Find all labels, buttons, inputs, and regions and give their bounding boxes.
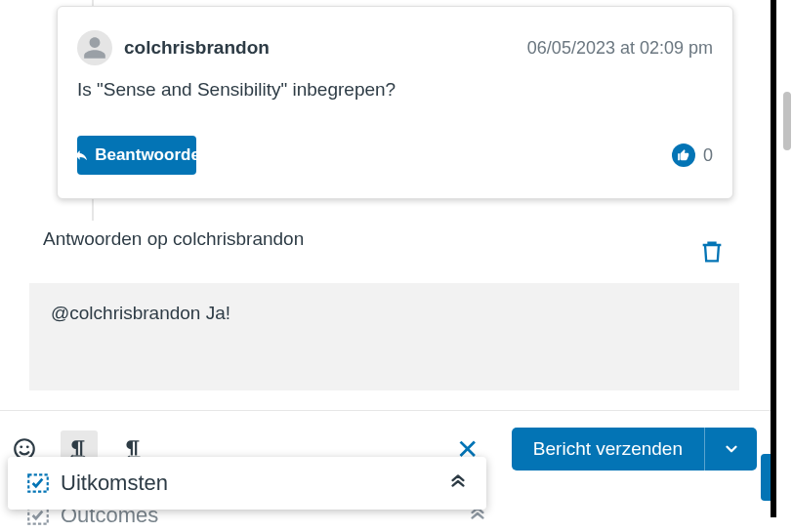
reply-heading: Antwoorden op colchrisbrandon [43,228,304,250]
comment-header: colchrisbrandon 06/05/2023 at 02:09 pm [77,30,713,65]
send-group: Bericht verzenden [512,428,757,471]
collapse-button[interactable] [447,471,469,496]
send-button[interactable]: Bericht verzenden [512,428,704,471]
delete-draft-button[interactable] [698,238,726,269]
reply-button-label: Beantwoorde [95,145,196,165]
svg-point-0 [15,439,34,459]
reply-button[interactable]: Beantwoorde [77,136,196,175]
comment-footer: Beantwoorde 0 [77,136,713,175]
discussion-panel: colchrisbrandon 06/05/2023 at 02:09 pm I… [0,0,776,517]
checklist-icon [25,471,51,496]
comment-card: colchrisbrandon 06/05/2023 at 02:09 pm I… [57,6,733,199]
thread-line [92,199,94,221]
comment-timestamp: 06/05/2023 at 02:09 pm [527,38,713,59]
svg-point-2 [26,445,29,448]
reply-icon [77,147,89,163]
like-count: 0 [703,145,713,166]
person-icon [82,35,107,61]
comment-author[interactable]: colchrisbrandon [124,37,270,59]
comment-body: Is "Sense and Sensibility" inbegrepen? [77,79,713,101]
divider [0,410,771,411]
side-widget-edge[interactable] [761,454,771,501]
scrollbar-track[interactable] [782,0,792,517]
outcomes-label: Uitkomsten [61,471,168,496]
chevron-double-up-icon [447,471,469,492]
svg-point-1 [20,445,22,448]
chevron-down-icon [723,440,740,458]
scrollbar-thumb[interactable] [783,92,791,150]
trash-icon [698,238,726,266]
send-options-button[interactable] [704,428,757,471]
avatar[interactable] [77,30,112,65]
reply-textarea[interactable] [29,283,739,390]
like-icon [672,143,695,167]
like-group[interactable]: 0 [672,143,713,167]
outcomes-card[interactable]: Uitkomsten [8,457,486,510]
